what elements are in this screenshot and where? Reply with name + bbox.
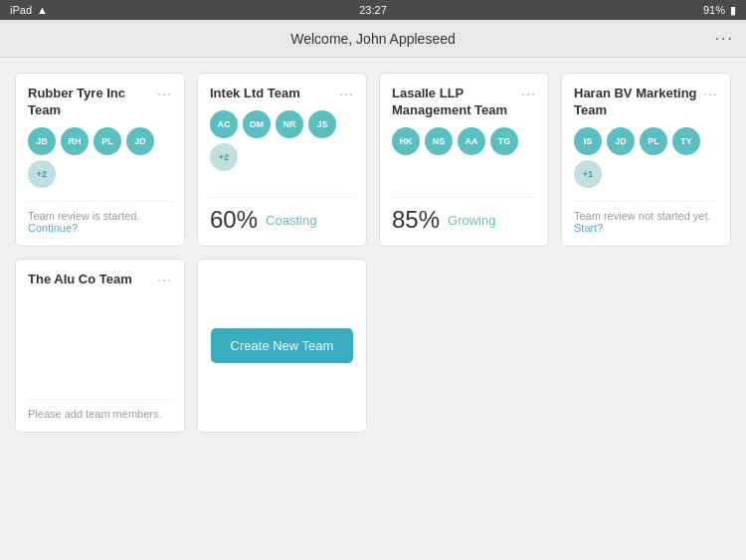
card-header: Rubber Tyre Inc Team ···	[28, 86, 172, 119]
avatar: AA	[458, 127, 485, 155]
card-menu-button[interactable]: ···	[703, 86, 718, 101]
battery-level: 91%	[703, 4, 725, 16]
avatar: NR	[276, 110, 303, 138]
avatar: DM	[243, 110, 271, 138]
footer-link[interactable]: Start?	[574, 222, 603, 234]
device-label: iPad	[10, 4, 32, 16]
avatar: IS	[574, 127, 602, 155]
card-header: Haran BV Marketing Team ···	[574, 86, 718, 119]
team-card-intek: Intek Ltd Team ··· AC DM NR JS +2 60% Co…	[197, 73, 367, 247]
avatar: TG	[490, 127, 518, 155]
avatar: PL	[640, 127, 667, 155]
card-menu-button[interactable]: ···	[339, 86, 354, 101]
team-card-rubber-tyre: Rubber Tyre Inc Team ··· JB RH PL JD +2 …	[15, 73, 185, 247]
create-team-button[interactable]: Create New Team	[211, 328, 354, 363]
avatar: JS	[308, 110, 336, 138]
team-avatars: JB RH PL JD +2	[28, 127, 172, 188]
avatar-more: +2	[210, 143, 238, 171]
footer-link[interactable]: Continue?	[28, 222, 78, 234]
status-left: iPad ▲	[10, 4, 48, 16]
nav-title: Welcome, John Appleseed	[290, 31, 456, 47]
status-time: 23:27	[359, 4, 387, 16]
avatar: JD	[607, 127, 635, 155]
avatar: PL	[93, 127, 121, 155]
avatar-more: +2	[28, 160, 56, 188]
progress-label: Growing	[448, 213, 495, 228]
avatar: NS	[425, 127, 453, 155]
avatar: RH	[61, 127, 89, 155]
footer-text: Please add team members.	[28, 408, 162, 420]
team-card-haran: Haran BV Marketing Team ··· IS JD PL TY …	[561, 73, 731, 247]
team-name: Haran BV Marketing Team	[574, 86, 703, 119]
nav-bar: Welcome, John Appleseed ···	[0, 20, 746, 58]
team-card-alu-co: The Alu Co Team ··· Please add team memb…	[15, 259, 185, 433]
status-right: 91% ▮	[703, 4, 736, 17]
progress-percent: 60%	[210, 206, 258, 234]
progress-percent: 85%	[392, 206, 440, 234]
progress-row: 85% Growing	[392, 197, 536, 234]
card-footer: Team review is started. Continue?	[28, 201, 172, 234]
progress-label: Coasting	[266, 213, 316, 228]
avatar: JB	[28, 127, 56, 155]
status-bar: iPad ▲ 23:27 91% ▮	[0, 0, 746, 20]
team-name: Intek Ltd Team	[210, 86, 339, 102]
wifi-icon: ▲	[37, 4, 48, 16]
card-header: Lasalle LLP Management Team ···	[392, 86, 536, 119]
card-menu-button[interactable]: ···	[521, 86, 536, 101]
create-team-card: Create New Team	[197, 259, 367, 433]
card-menu-button[interactable]: ···	[157, 86, 172, 101]
teams-grid: Rubber Tyre Inc Team ··· JB RH PL JD +2 …	[0, 58, 746, 448]
team-name: The Alu Co Team	[28, 272, 157, 288]
avatar: AC	[210, 110, 238, 138]
team-name: Rubber Tyre Inc Team	[28, 86, 157, 119]
footer-text: Team review not started yet.	[574, 210, 711, 222]
avatar: JD	[126, 127, 154, 155]
card-header: The Alu Co Team ···	[28, 272, 172, 288]
team-name: Lasalle LLP Management Team	[392, 86, 521, 119]
battery-icon: ▮	[730, 4, 736, 17]
card-footer: Please add team members.	[28, 399, 172, 420]
card-header: Intek Ltd Team ···	[210, 86, 354, 102]
card-footer: Team review not started yet. Start?	[574, 201, 718, 234]
progress-row: 60% Coasting	[210, 197, 354, 234]
avatar-more: +1	[574, 160, 602, 188]
card-menu-button[interactable]: ···	[157, 272, 172, 287]
footer-text: Team review is started.	[28, 210, 139, 222]
nav-more-button[interactable]: ···	[715, 30, 734, 48]
team-avatars: IS JD PL TY +1	[574, 127, 718, 188]
team-card-lasalle: Lasalle LLP Management Team ··· HK NS AA…	[379, 73, 549, 247]
team-avatars: HK NS AA TG	[392, 127, 536, 155]
team-avatars: AC DM NR JS +2	[210, 110, 354, 171]
avatar: TY	[672, 127, 700, 155]
avatar: HK	[392, 127, 420, 155]
